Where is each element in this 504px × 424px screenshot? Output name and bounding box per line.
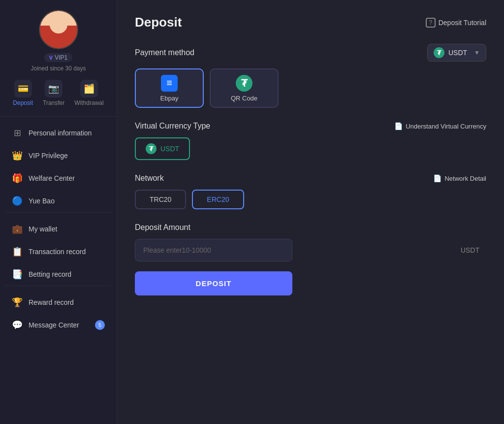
- joined-text: Joined since 30 days: [31, 65, 86, 72]
- network-cards: TRC20 ERC20: [135, 190, 486, 209]
- network-detail-link[interactable]: 📄 Network Detail: [433, 174, 486, 182]
- main-content: Deposit ? Deposit Tutorial Payment metho…: [117, 0, 504, 424]
- deposit-input-wrapper: USDT: [135, 239, 486, 261]
- payment-card-ebpay[interactable]: ≡ Ebpay: [135, 68, 204, 108]
- currency-type-cards: ₮ USDT: [135, 137, 486, 160]
- avatar: [39, 10, 78, 49]
- deposit-amount-input[interactable]: [135, 239, 292, 261]
- usdt-currency-icon: ₮: [434, 47, 444, 58]
- avatar-image: [40, 11, 77, 48]
- message-badge: 5: [95, 320, 105, 330]
- withdrawal-icon: 🗂️: [80, 80, 98, 98]
- transaction-icon: 📋: [12, 246, 23, 257]
- qrcode-label: QR Code: [231, 95, 257, 102]
- deposit-amount-section: Deposit Amount USDT DEPOSIT: [135, 223, 486, 295]
- sidebar-item-label-yuebao: Yue Bao: [29, 197, 55, 205]
- sidebar-item-label-transaction: Transaction record: [29, 248, 86, 256]
- sidebar-item-yuebao[interactable]: 🔵 Yue Bao: [5, 190, 112, 212]
- quick-actions: 💳 Deposit 📷 Transfer 🗂️ Withdrawal: [13, 80, 103, 106]
- page-header: Deposit ? Deposit Tutorial: [135, 15, 486, 30]
- sidebar-divider-mid: [5, 212, 112, 213]
- virtual-currency-header: Virtual Currency Type 📄 Understand Virtu…: [135, 122, 486, 130]
- erc20-label: ERC20: [207, 196, 229, 203]
- virtual-currency-section: Virtual Currency Type 📄 Understand Virtu…: [135, 122, 486, 160]
- sidebar-item-personal[interactable]: ⊞ Personal information: [5, 122, 112, 144]
- sidebar-item-label-personal: Personal information: [29, 129, 92, 137]
- sidebar-item-label-reward: Reward record: [29, 298, 74, 306]
- deposit-button[interactable]: DEPOSIT: [135, 271, 292, 295]
- transfer-icon: 📷: [45, 80, 63, 98]
- betting-icon: 📑: [12, 269, 23, 280]
- deposit-icon: 💳: [14, 80, 32, 98]
- deposit-amount-title: Deposit Amount: [135, 223, 190, 232]
- payment-card-qrcode[interactable]: ₮ QR Code: [210, 68, 279, 108]
- ebpay-icon: ≡: [161, 75, 178, 92]
- quick-action-withdrawal[interactable]: 🗂️ Withdrawal: [74, 80, 103, 106]
- payment-method-header: Payment method ₮ USDT ▼: [135, 44, 486, 62]
- message-icon: 💬: [12, 320, 23, 330]
- doc-icon: 📄: [394, 122, 403, 130]
- yuebao-icon: 🔵: [12, 196, 23, 206]
- network-title: Network: [135, 174, 164, 183]
- network-card-trc20[interactable]: TRC20: [135, 190, 186, 209]
- sidebar-item-label-betting: Betting record: [29, 270, 71, 278]
- sidebar: V VIP1 Joined since 30 days 💳 Deposit 📷 …: [0, 0, 117, 424]
- usdt-type-label: USDT: [160, 145, 179, 153]
- payment-cards: ≡ Ebpay ₮ QR Code: [135, 68, 486, 108]
- trc20-label: TRC20: [150, 196, 171, 203]
- sidebar-item-label-message: Message Center: [29, 321, 79, 329]
- vip-menu-icon: 👑: [12, 150, 23, 161]
- usdt-type-icon: ₮: [146, 143, 157, 154]
- qrcode-icon: ₮: [236, 75, 252, 92]
- page-title: Deposit: [135, 15, 182, 30]
- currency-selector-label: USDT: [448, 49, 467, 57]
- payment-method-title: Payment method: [135, 48, 194, 57]
- payment-method-section: Payment method ₮ USDT ▼ ≡ Ebpay ₮ QR Cod…: [135, 44, 486, 108]
- chevron-down-icon: ▼: [474, 49, 480, 56]
- network-card-erc20[interactable]: ERC20: [192, 190, 244, 209]
- sidebar-item-wallet[interactable]: 💼 My wallet: [5, 218, 112, 240]
- quick-action-deposit[interactable]: 💳 Deposit: [13, 80, 33, 106]
- wallet-icon: 💼: [12, 224, 23, 234]
- vip-icon: V: [49, 55, 53, 61]
- sidebar-item-message[interactable]: 💬 Message Center 5: [5, 314, 112, 336]
- sidebar-item-label-vip: VIP Privilege: [29, 152, 68, 160]
- sidebar-item-betting[interactable]: 📑 Betting record: [5, 263, 112, 286]
- withdrawal-label: Withdrawal: [74, 99, 103, 106]
- sidebar-item-label-wallet: My wallet: [29, 225, 57, 233]
- reward-icon: 🏆: [12, 297, 23, 308]
- currency-selector[interactable]: ₮ USDT ▼: [427, 44, 486, 62]
- sidebar-item-welfare[interactable]: 🎁 Welfare Center: [5, 167, 112, 190]
- question-icon: ?: [426, 18, 436, 28]
- virtual-currency-title: Virtual Currency Type: [135, 122, 210, 130]
- welfare-icon: 🎁: [12, 173, 23, 184]
- sidebar-item-reward[interactable]: 🏆 Reward record: [5, 291, 112, 314]
- tutorial-label: Deposit Tutorial: [439, 19, 486, 27]
- vip-badge: V VIP1: [44, 53, 72, 62]
- network-doc-icon: 📄: [433, 174, 441, 182]
- sidebar-item-vip[interactable]: 👑 VIP Privilege: [5, 144, 112, 167]
- tutorial-link[interactable]: ? Deposit Tutorial: [426, 18, 486, 28]
- transfer-label: Transfer: [43, 99, 64, 106]
- personal-icon: ⊞: [12, 128, 23, 138]
- sidebar-divider-bot: [5, 286, 112, 286]
- understand-link-label: Understand Virtual Currency: [406, 123, 486, 130]
- network-section: Network 📄 Network Detail TRC20 ERC20: [135, 174, 486, 209]
- currency-type-usdt[interactable]: ₮ USDT: [135, 137, 190, 160]
- sidebar-item-transaction[interactable]: 📋 Transaction record: [5, 240, 112, 263]
- understand-virtual-currency-link[interactable]: 📄 Understand Virtual Currency: [394, 122, 486, 130]
- network-link-label: Network Detail: [444, 175, 486, 182]
- deposit-amount-header: Deposit Amount: [135, 223, 486, 232]
- vip-label: VIP1: [55, 54, 67, 61]
- sidebar-divider-top: [0, 116, 117, 117]
- input-suffix: USDT: [461, 246, 479, 254]
- network-header: Network 📄 Network Detail: [135, 174, 486, 183]
- deposit-label: Deposit: [13, 99, 33, 106]
- quick-action-transfer[interactable]: 📷 Transfer: [43, 80, 64, 106]
- ebpay-label: Ebpay: [160, 95, 179, 102]
- sidebar-item-label-welfare: Welfare Center: [29, 174, 75, 182]
- sidebar-menu: ⊞ Personal information 👑 VIP Privilege 🎁…: [0, 122, 117, 336]
